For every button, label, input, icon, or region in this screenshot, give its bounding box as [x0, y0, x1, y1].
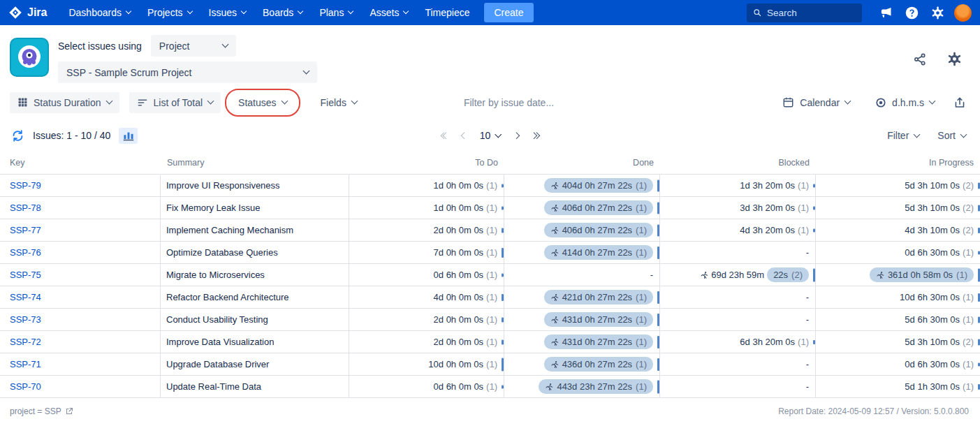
nav-item-issues[interactable]: Issues: [201, 3, 254, 22]
page-size-dropdown[interactable]: 10: [480, 130, 501, 141]
fields-label: Fields: [321, 97, 346, 108]
duration-bar-indicator: [502, 228, 504, 233]
issues-range-label: Issues: 1 - 10 / 40: [33, 130, 110, 141]
duration-format-label: d.h.m.s: [892, 97, 924, 108]
filter-dropdown[interactable]: Filter: [886, 127, 921, 144]
duration-bar-indicator: [502, 273, 504, 277]
timepiece-app-logo: [10, 38, 49, 77]
status-count: (1): [636, 337, 647, 347]
issue-key-link[interactable]: SSP-76: [10, 247, 41, 258]
user-avatar[interactable]: [954, 4, 972, 22]
chevron-down-icon: [351, 98, 358, 105]
chart-view-icon[interactable]: [119, 128, 138, 144]
chevron-down-icon: [281, 98, 288, 105]
nav-item-boards[interactable]: Boards: [255, 3, 310, 22]
issue-date-filter-input[interactable]: [464, 97, 597, 108]
status-count: (1): [636, 203, 647, 213]
duration-cell-to-do: 2d 0h 0m 0s(1): [349, 219, 504, 242]
duration-cell-in-progress: 0d 6h 30m 0s(1): [816, 353, 980, 376]
duration-value: -: [650, 270, 653, 280]
nav-item-assets[interactable]: Assets: [362, 3, 416, 22]
issue-key-cell: SSP-70: [0, 376, 161, 398]
duration-format-dropdown[interactable]: d.h.m.s: [868, 92, 942, 113]
target-icon: [875, 97, 886, 108]
settings-gear-icon[interactable]: [928, 3, 946, 22]
duration-value: 431d 0h 27m 22s: [562, 314, 632, 325]
prev-page-button[interactable]: [462, 133, 467, 138]
issue-summary-cell: Improve UI Responsiveness: [161, 175, 349, 197]
chevron-down-icon: [126, 8, 131, 14]
issue-key-link[interactable]: SSP-74: [10, 292, 41, 302]
duration-bar-indicator: [657, 291, 659, 304]
calendar-icon: [782, 96, 794, 108]
duration-pill: 414d 0h 27m 22s(1): [544, 245, 653, 260]
duration-value: 2d 0h 0m 0s: [434, 225, 484, 235]
duration-value: 421d 0h 27m 22s: [562, 292, 632, 302]
duration-cell-done: 431d 0h 27m 22s(1): [504, 309, 660, 331]
issue-key-link[interactable]: SSP-78: [10, 203, 41, 213]
list-mode-dropdown[interactable]: List of Total: [129, 92, 221, 113]
report-info: Report Date: 2024-05-09 12:57 / Version:…: [778, 406, 969, 416]
jql-query-link[interactable]: project = SSP: [10, 406, 73, 416]
filter-sort-controls: Filter Sort: [886, 127, 967, 144]
report-settings-gear-icon[interactable]: [945, 50, 964, 68]
duration-value: 4d 3h 10m 0s: [905, 225, 960, 235]
jira-brand-text: Jira: [27, 6, 47, 19]
status-count: (1): [636, 292, 647, 302]
column-header-blocked[interactable]: Blocked: [660, 154, 816, 175]
issue-key-link[interactable]: SSP-77: [10, 225, 41, 235]
refresh-icon[interactable]: [10, 128, 26, 144]
issue-key-link[interactable]: SSP-79: [10, 180, 41, 191]
statuses-dropdown[interactable]: Statuses: [231, 92, 294, 113]
top-navigation-bar: Jira DashboardsProjectsIssuesBoardsPlans…: [0, 0, 980, 25]
duration-pill: 443d 23h 27m 22s(1): [539, 379, 653, 394]
duration-bar-indicator: [813, 228, 815, 232]
duration-value: 69d 23h 59m: [711, 270, 764, 280]
duration-cell-to-do: 7d 0h 0m 0s(1): [349, 242, 504, 264]
nav-item-projects[interactable]: Projects: [140, 3, 200, 22]
next-page-button[interactable]: [513, 133, 518, 138]
nav-item-dashboards[interactable]: Dashboards: [61, 3, 138, 22]
column-header-in-progress[interactable]: In Progress: [816, 154, 980, 175]
nav-item-timepiece[interactable]: Timepiece: [417, 3, 477, 22]
jira-logo[interactable]: Jira: [8, 6, 47, 20]
duration-cell-to-do: 2d 0h 0m 0s(1): [349, 309, 504, 331]
status-count: (1): [798, 180, 809, 191]
fields-dropdown[interactable]: Fields: [313, 92, 365, 113]
search-input[interactable]: [767, 8, 856, 18]
help-icon[interactable]: [902, 3, 921, 22]
issue-key-link[interactable]: SSP-75: [10, 270, 41, 280]
project-select-dropdown[interactable]: SSP - Sample Scrum Project: [58, 61, 317, 83]
duration-cell-blocked: -: [660, 242, 816, 264]
status-count: (1): [963, 314, 974, 325]
jql-query-text: project = SSP: [10, 406, 61, 416]
issue-key-link[interactable]: SSP-71: [10, 359, 41, 369]
announcements-megaphone-icon[interactable]: [877, 3, 895, 22]
last-page-button[interactable]: [532, 133, 539, 138]
column-header-summary[interactable]: Summary: [161, 154, 349, 175]
report-type-dropdown[interactable]: Status Duration: [10, 92, 119, 113]
list-icon: [137, 97, 148, 108]
column-header-done[interactable]: Done: [504, 154, 660, 175]
nav-item-plans[interactable]: Plans: [312, 3, 360, 22]
issue-key-link[interactable]: SSP-70: [10, 381, 41, 392]
issue-key-link[interactable]: SSP-72: [10, 337, 41, 347]
status-count: (2): [963, 180, 974, 191]
issue-key-cell: SSP-73: [0, 309, 161, 331]
sort-dropdown[interactable]: Sort: [936, 127, 967, 144]
create-button[interactable]: Create: [484, 3, 533, 22]
column-header-key[interactable]: Key: [0, 154, 161, 175]
share-icon[interactable]: [912, 51, 928, 68]
page-size-value: 10: [480, 130, 491, 141]
duration-value: 5d 3h 10m 0s: [905, 337, 960, 347]
first-page-button[interactable]: [441, 133, 448, 138]
duration-cell-to-do: 2d 0h 0m 0s(1): [349, 331, 504, 353]
column-header-to-do[interactable]: To Do: [349, 154, 504, 175]
export-icon[interactable]: [952, 95, 967, 110]
calendar-dropdown[interactable]: Calendar: [775, 91, 858, 113]
issue-source-dropdown[interactable]: Project: [151, 35, 236, 57]
global-search[interactable]: [747, 3, 862, 22]
issue-key-link[interactable]: SSP-73: [10, 314, 41, 325]
duration-cell-to-do: 0d 6h 0m 0s(1): [349, 376, 504, 398]
nav-right-cluster: [747, 3, 972, 22]
